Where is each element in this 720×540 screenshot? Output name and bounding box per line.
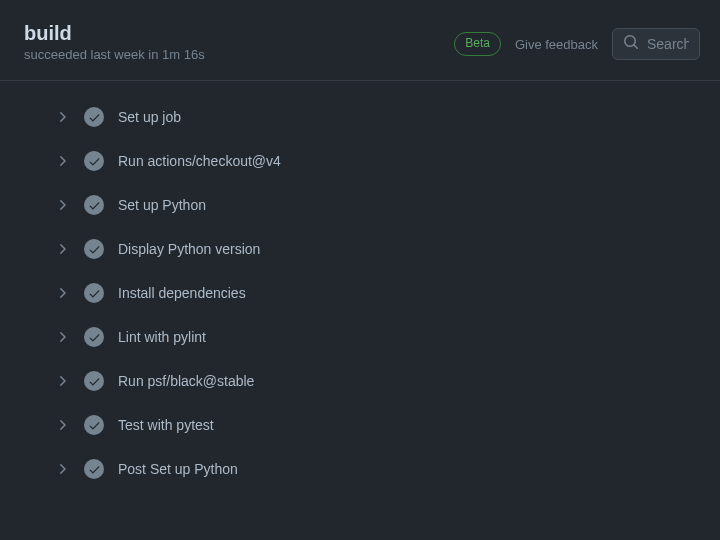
search-box[interactable] [612,28,700,60]
step-label: Display Python version [118,241,260,257]
check-circle-icon [84,107,104,127]
step-row[interactable]: Test with pytest [0,403,720,447]
step-label: Test with pytest [118,417,214,433]
step-label: Set up job [118,109,181,125]
chevron-right-icon [54,329,70,345]
step-row[interactable]: Display Python version [0,227,720,271]
chevron-right-icon [54,373,70,389]
step-row[interactable]: Install dependencies [0,271,720,315]
step-label: Set up Python [118,197,206,213]
step-label: Lint with pylint [118,329,206,345]
workflow-status: succeeded last week in 1m 16s [24,47,205,62]
step-row[interactable]: Set up job [0,95,720,139]
step-row[interactable]: Post Set up Python [0,447,720,491]
header-right: Beta Give feedback [454,28,700,60]
step-row[interactable]: Set up Python [0,183,720,227]
step-row[interactable]: Run psf/black@stable [0,359,720,403]
check-circle-icon [84,195,104,215]
chevron-right-icon [54,241,70,257]
search-icon [623,34,639,54]
search-input[interactable] [647,36,689,52]
steps-list: Set up job Run actions/checkout@v4 Set u… [0,81,720,505]
check-circle-icon [84,151,104,171]
check-circle-icon [84,239,104,259]
step-label: Run actions/checkout@v4 [118,153,281,169]
step-label: Post Set up Python [118,461,238,477]
beta-badge: Beta [454,32,501,55]
check-circle-icon [84,283,104,303]
check-circle-icon [84,415,104,435]
chevron-right-icon [54,109,70,125]
step-label: Install dependencies [118,285,246,301]
header: build succeeded last week in 1m 16s Beta… [0,0,720,81]
workflow-title: build [24,22,205,45]
step-row[interactable]: Run actions/checkout@v4 [0,139,720,183]
give-feedback-link[interactable]: Give feedback [515,37,598,52]
check-circle-icon [84,459,104,479]
header-left: build succeeded last week in 1m 16s [24,22,205,62]
chevron-right-icon [54,197,70,213]
chevron-right-icon [54,153,70,169]
step-label: Run psf/black@stable [118,373,254,389]
chevron-right-icon [54,461,70,477]
step-row[interactable]: Lint with pylint [0,315,720,359]
chevron-right-icon [54,285,70,301]
check-circle-icon [84,327,104,347]
check-circle-icon [84,371,104,391]
chevron-right-icon [54,417,70,433]
